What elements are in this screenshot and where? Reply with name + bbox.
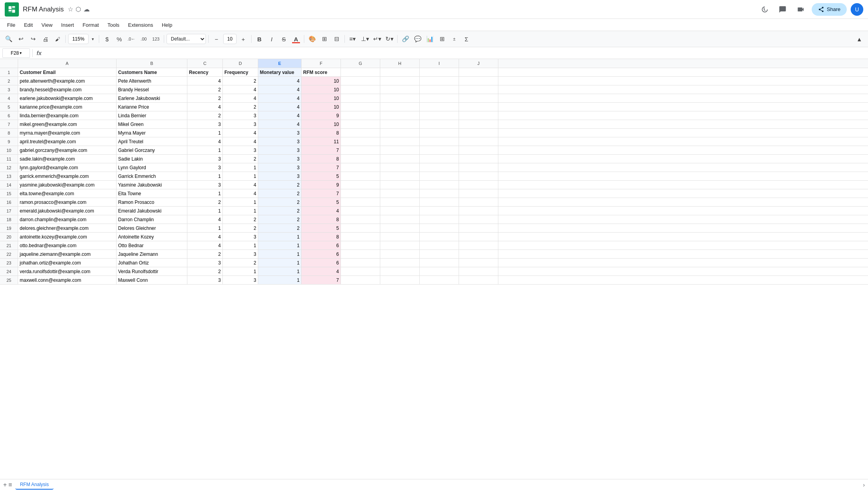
cell-i[interactable] [420,241,459,250]
cell-j[interactable] [459,146,498,154]
add-sheet-btn[interactable]: + [3,481,7,488]
formula-fx-icon[interactable]: fx [35,50,43,56]
cell-b[interactable]: Emerald Jakubowski [117,207,187,215]
cell-g[interactable] [341,267,380,276]
cell-j[interactable] [459,189,498,198]
cell-f[interactable]: 8 [302,233,341,241]
font-size-control[interactable] [223,34,237,44]
strikethrough-btn[interactable]: S [278,33,289,44]
cell-d[interactable]: 4 [223,85,258,94]
cell-e[interactable]: 4 [258,120,302,128]
cell-d[interactable]: 1 [223,172,258,180]
cell-g[interactable] [341,250,380,258]
cell-d[interactable]: 4 [223,129,258,137]
cell-h[interactable] [380,233,420,241]
avatar[interactable]: U [851,3,863,16]
cell-h[interactable] [380,189,420,198]
menu-extensions[interactable]: Extensions [124,20,157,30]
cell-c[interactable]: 3 [187,120,223,128]
filter-btn[interactable]: ⊞ [437,33,448,44]
col-header-a[interactable]: A [18,59,117,68]
cell-c[interactable]: 3 [187,276,223,284]
cell-f[interactable]: 5 [302,224,341,232]
cell-b[interactable]: Maxwell Conn [117,276,187,284]
cell-i[interactable] [420,146,459,154]
cell-e[interactable]: 1 [258,241,302,250]
col-header-i[interactable]: I [420,59,459,68]
cell-a[interactable]: mikel.green@example.com [18,120,117,128]
cell-f[interactable]: 9 [302,181,341,189]
cell-f[interactable]: 6 [302,241,341,250]
cell-j[interactable] [459,163,498,172]
cell-c[interactable]: 3 [187,163,223,172]
cell-h[interactable] [380,172,420,180]
cell-e[interactable]: 2 [258,198,302,206]
number-format-btn[interactable]: 123 [150,33,161,44]
cell-b[interactable]: Ramon Prosacco [117,198,187,206]
cell-i[interactable] [420,103,459,111]
cell-a[interactable]: earlene.jakubowski@example.com [18,94,117,102]
cell-b[interactable]: Delores Gleichner [117,224,187,232]
cell-g[interactable] [341,259,380,267]
cell-a[interactable]: antoinette.kozey@example.com [18,233,117,241]
scroll-right-btn[interactable]: › [863,482,865,488]
cell-c[interactable]: 2 [187,198,223,206]
cell-a[interactable]: sadie.lakin@example.com [18,155,117,163]
cell-i[interactable] [420,224,459,232]
cell-i[interactable] [420,129,459,137]
cell-f[interactable]: 10 [302,94,341,102]
comments-icon-btn[interactable] [775,2,790,17]
cell-a[interactable]: jaqueline.ziemann@example.com [18,250,117,258]
cell-h[interactable] [380,94,420,102]
cell-f[interactable]: 10 [302,77,341,85]
cell-h[interactable] [380,137,420,146]
percent-btn[interactable]: % [114,33,125,44]
cell-a[interactable]: yasmine.jakubowski@example.com [18,181,117,189]
cell-d[interactable]: 3 [223,250,258,258]
cell-a[interactable]: brandy.hessel@example.com [18,85,117,94]
cell-h[interactable] [380,129,420,137]
cell-a[interactable]: karianne.price@example.com [18,103,117,111]
cell-h[interactable] [380,276,420,284]
cell-h[interactable] [380,146,420,154]
merge-cells-btn[interactable]: ⊟ [331,33,342,44]
cell-b[interactable]: Johathan Ortiz [117,259,187,267]
cell-a[interactable]: linda.bernier@example.com [18,111,117,120]
cell-b[interactable]: Antoinette Kozey [117,233,187,241]
cell-d[interactable]: 3 [223,146,258,154]
cell-j[interactable] [459,137,498,146]
menu-format[interactable]: Format [79,20,103,30]
cell-b[interactable]: Mikel Green [117,120,187,128]
currency-btn[interactable]: $ [102,33,113,44]
cell-f[interactable]: 8 [302,155,341,163]
cell-a[interactable]: delores.gleichner@example.com [18,224,117,232]
text-color-btn[interactable]: A [291,33,302,44]
cell-a[interactable]: garrick.emmerich@example.com [18,172,117,180]
cell-d[interactable]: 4 [223,189,258,198]
fill-color-btn[interactable]: 🎨 [307,33,318,44]
cell-i[interactable] [420,233,459,241]
cell-e[interactable]: 4 [258,103,302,111]
cell-h[interactable] [380,250,420,258]
cell-h[interactable] [380,103,420,111]
cell-i[interactable] [420,189,459,198]
cell-i1[interactable] [420,68,459,76]
cell-g[interactable] [341,181,380,189]
cell-g[interactable] [341,224,380,232]
cell-f[interactable]: 4 [302,267,341,276]
cell-e[interactable]: 4 [258,111,302,120]
cell-g[interactable] [341,77,380,85]
cell-d[interactable]: 2 [223,77,258,85]
cell-f[interactable]: 10 [302,120,341,128]
col-header-g[interactable]: G [341,59,380,68]
cell-j[interactable] [459,259,498,267]
cell-g[interactable] [341,146,380,154]
cell-i[interactable] [420,85,459,94]
cell-i[interactable] [420,172,459,180]
star-icon[interactable]: ☆ [68,6,73,13]
cell-g[interactable] [341,276,380,284]
menu-edit[interactable]: Edit [20,20,37,30]
cell-h[interactable] [380,163,420,172]
cell-c[interactable]: 2 [187,250,223,258]
cell-b[interactable]: Gabriel Gorczany [117,146,187,154]
